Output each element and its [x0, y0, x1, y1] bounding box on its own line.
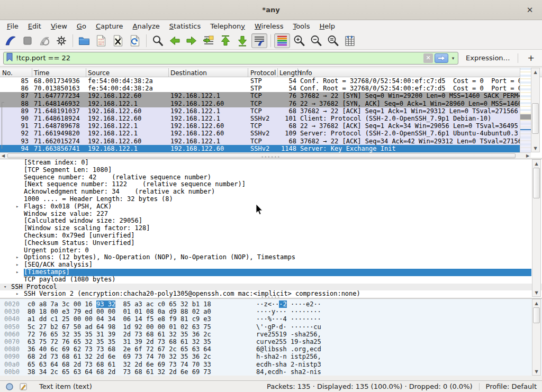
menu-go[interactable]: Go	[72, 21, 91, 31]
collapsed-arrow-icon[interactable]: ▸	[16, 269, 19, 276]
column-separator[interactable]	[277, 68, 278, 78]
menu-edit[interactable]: Edit	[23, 21, 46, 31]
detail-row[interactable]: [Stream index: 0]	[0, 159, 542, 167]
zoom-100-icon[interactable]	[325, 33, 341, 48]
menu-help[interactable]: Help	[314, 21, 340, 31]
detail-row[interactable]: [Calculated window size: 29056]	[0, 217, 542, 225]
colorize-icon[interactable]	[274, 33, 290, 48]
detail-row[interactable]: Window size value: 227	[0, 211, 542, 218]
detail-row[interactable]: Urgent pointer: 0	[0, 247, 542, 254]
find-packet-icon[interactable]	[150, 33, 166, 48]
menu-telephony[interactable]: Telephony	[205, 21, 250, 31]
open-file-icon[interactable]	[76, 33, 92, 48]
packet-row-90[interactable]: 9071.648618924192.168.122.60192.168.122.…	[0, 115, 520, 122]
detail-row[interactable]: ▾SSH Protocol	[0, 284, 542, 291]
column-header-destination[interactable]: Destination	[170, 69, 207, 77]
column-header-info[interactable]: Info	[300, 69, 312, 77]
filter-bookmark-icon[interactable]	[5, 52, 14, 63]
auto-scroll-icon[interactable]	[251, 33, 267, 48]
detail-row[interactable]: ▸[SEQ/ACK analysis]	[0, 261, 542, 269]
scroll-down-icon[interactable]: ▼	[532, 368, 540, 375]
detail-row[interactable]: TCP payload (1080 bytes)	[0, 276, 542, 284]
filter-dropdown-icon[interactable]: ▾	[449, 53, 457, 63]
menu-view[interactable]: View	[46, 21, 72, 31]
profile-text[interactable]: Profile: Default	[486, 382, 537, 390]
scrollbar-thumb[interactable]	[533, 168, 540, 198]
packet-row-87[interactable]: 8771.647777234192.168.122.60192.168.122.…	[0, 92, 520, 99]
column-separator[interactable]	[168, 68, 169, 78]
packet-row-94[interactable]: 9471.663856741192.168.122.1192.168.122.6…	[0, 145, 520, 152]
packet-row-91[interactable]: 9171.648789678192.168.122.1192.168.122.6…	[0, 122, 520, 130]
detail-row[interactable]: Acknowledgment number: 34 (relative ack …	[0, 188, 542, 196]
intelligent-scrollbar-minimap[interactable]	[520, 68, 531, 158]
restart-capture-icon[interactable]	[37, 33, 52, 48]
hex-row-00b0[interactable]: 00b038 34 2c 65 63 64 68 2d 73 68 61 32 …	[0, 368, 542, 376]
menu-analyze[interactable]: Analyze	[128, 21, 165, 31]
menu-wireless[interactable]: Wireless	[250, 21, 288, 31]
expanded-arrow-icon[interactable]: ▾	[4, 284, 6, 291]
column-header-protocol[interactable]: Protocol	[250, 69, 276, 77]
menu-tools[interactable]: Tools	[288, 21, 314, 31]
hex-row-0060[interactable]: 006072 76 65 32 35 35 31 39 2d 73 68 61 …	[0, 331, 542, 338]
column-separator[interactable]	[86, 68, 86, 78]
detail-row[interactable]: [Window size scaling factor: 128]	[0, 225, 542, 232]
packet-row-92[interactable]: 9271.661949820192.168.122.1192.168.122.6…	[0, 130, 520, 137]
packet-row-93[interactable]: 9371.662015274192.168.122.60192.168.122.…	[0, 138, 520, 145]
go-forward-icon[interactable]	[184, 33, 200, 48]
detail-row[interactable]: ▸[Timestamps]	[0, 269, 542, 276]
hex-row-0050[interactable]: 00505c 27 b2 67 50 ad 64 98 1d 92 00 00 …	[0, 323, 542, 331]
detail-row[interactable]: Sequence number: 42 (relative sequence n…	[0, 174, 542, 181]
collapsed-arrow-icon[interactable]: ▸	[16, 261, 19, 269]
column-header-time[interactable]: Time	[34, 69, 49, 77]
scroll-up-icon[interactable]: ▲	[532, 160, 540, 167]
detail-row[interactable]: Checksum: 0x79ed [unverified]	[0, 232, 542, 240]
collapsed-arrow-icon[interactable]: ▸	[16, 254, 19, 261]
column-header-no[interactable]: No.	[2, 69, 13, 77]
add-filter-button[interactable]: +	[523, 53, 539, 63]
column-separator[interactable]	[32, 68, 32, 78]
column-header-length[interactable]: Length	[279, 69, 301, 77]
column-header-source[interactable]: Source	[88, 69, 110, 77]
detail-row[interactable]: [Checksum Status: Unverified]	[0, 240, 542, 247]
packet-list-header[interactable]: No.TimeSourceDestinationProtocolLengthIn…	[0, 68, 542, 77]
close-icon[interactable]: ✕	[524, 4, 536, 16]
capture-options-icon[interactable]	[53, 33, 69, 48]
close-file-icon[interactable]	[110, 33, 126, 48]
filter-apply-icon[interactable]	[435, 53, 448, 63]
display-filter-input[interactable]: !tcp.port == 22 ✕ ▾	[3, 52, 458, 65]
column-separator[interactable]	[297, 68, 298, 78]
pane-splitter[interactable]: ••••••	[0, 156, 542, 158]
packet-list-vscrollbar[interactable]: ▲ ▼	[531, 68, 540, 152]
stop-capture-icon[interactable]	[20, 33, 35, 48]
hex-vscrollbar[interactable]: ▲ ▼	[532, 299, 541, 376]
start-capture-icon[interactable]	[3, 33, 19, 48]
packet-row-86[interactable]: 8670.013850163fe:54:00:d4:38:2aSTP54Conf…	[0, 85, 520, 92]
packet-row-88[interactable]: 8871.648146932192.168.122.1192.168.122.6…	[0, 100, 520, 107]
hex-row-0020[interactable]: 0020c0 a8 7a 3c 00 16 93 32 85 a3 ac c0 …	[0, 300, 542, 308]
save-file-icon[interactable]: 010101100011	[93, 33, 109, 48]
hex-row-0070[interactable]: 007063 75 72 76 65 32 35 35 31 39 2d 73 …	[0, 338, 542, 345]
hex-row-0030[interactable]: 003080 18 00 e3 79 ed 00 00 01 01 08 0a …	[0, 308, 542, 315]
reload-file-icon[interactable]	[127, 33, 143, 48]
go-back-icon[interactable]	[167, 33, 183, 48]
collapsed-arrow-icon[interactable]: ▸	[16, 203, 19, 211]
resize-columns-icon[interactable]	[342, 33, 358, 48]
detail-row[interactable]: [TCP Segment Len: 1080]	[0, 167, 542, 174]
scroll-up-icon[interactable]: ▲	[531, 68, 539, 76]
detail-row[interactable]: ▸Flags: 0x018 (PSH, ACK)	[0, 203, 542, 211]
expert-info-icon[interactable]	[5, 382, 14, 391]
filter-clear-icon[interactable]: ✕	[423, 53, 433, 63]
expression-button[interactable]: Expression…	[466, 54, 510, 62]
go-last-packet-icon[interactable]	[234, 33, 250, 48]
zoom-in-icon[interactable]	[291, 33, 307, 48]
scrollbar-thumb[interactable]	[532, 103, 539, 134]
detail-row[interactable]: [Next sequence number: 1122 (relative se…	[0, 181, 542, 188]
go-to-packet-icon[interactable]	[201, 33, 216, 48]
hex-row-0040[interactable]: 0040a1 dd c1 25 00 00 04 34 06 14 f5 e8 …	[0, 315, 542, 323]
hex-row-0090[interactable]: 009068 2d 73 68 61 32 2d 6e 69 73 74 70 …	[0, 353, 542, 360]
go-first-packet-icon[interactable]	[218, 33, 233, 48]
scrollbar-thumb[interactable]	[533, 307, 540, 323]
menu-statistics[interactable]: Statistics	[165, 21, 205, 31]
detail-row[interactable]: ▸Options: (12 bytes), No-Operation (NOP)…	[0, 254, 542, 261]
detail-vscrollbar[interactable]: ▲ ▼	[532, 159, 541, 297]
